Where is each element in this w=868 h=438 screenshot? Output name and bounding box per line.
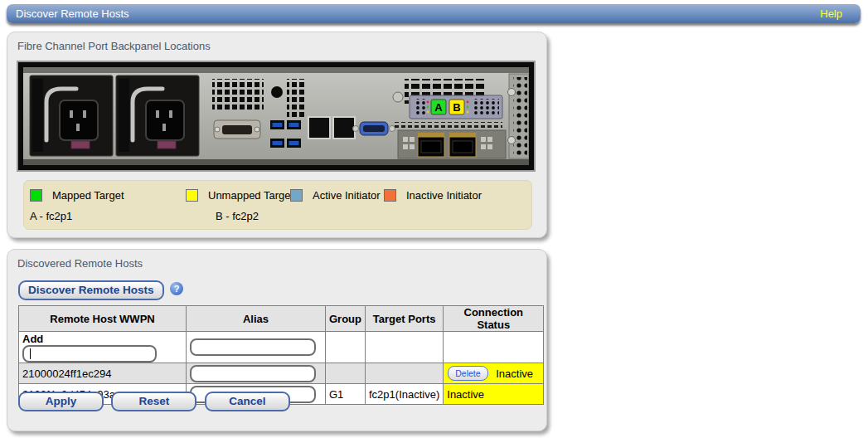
server-backpanel-illustration: A B — [23, 67, 529, 165]
status-badge: Inactive — [447, 388, 484, 401]
action-buttons: Apply Reset Cancel — [18, 392, 294, 411]
target-ports-value: fc2p1(Inactive) — [366, 384, 444, 405]
add-wwpn-input[interactable] — [22, 345, 157, 363]
text-cursor — [30, 348, 31, 359]
alias-input-row1[interactable] — [190, 365, 316, 382]
status-badge: Inactive — [496, 367, 533, 380]
add-alias-input[interactable] — [190, 338, 316, 356]
header-remote-host-wwpn: Remote Host WWPN — [19, 306, 187, 332]
backpanel-image: A B — [18, 62, 534, 170]
inactive-initiator-swatch — [384, 189, 396, 202]
page-title: Discover Remote Hosts — [16, 7, 129, 20]
legend-item-mapped-target: Mapped Target — [30, 189, 124, 202]
fc-card-label-strip: A B — [410, 95, 502, 119]
vent-grid — [212, 79, 264, 112]
power-supply-1 — [30, 75, 113, 156]
port-b-assignment: B - fc2p2 — [216, 210, 259, 222]
add-group-cell — [326, 332, 366, 363]
port-a-label: A — [434, 101, 443, 114]
mapped-target-swatch — [30, 189, 42, 202]
right-vent-column — [508, 74, 530, 158]
target-ports-value — [366, 363, 444, 384]
discovered-panel-title: Discovered Remote Hosts — [17, 257, 143, 270]
group-value — [326, 363, 366, 384]
port-b-indicator: B — [449, 100, 464, 114]
port-legend: Mapped Target Unmapped Target Active Ini… — [23, 180, 532, 230]
delete-button[interactable]: Delete — [448, 366, 487, 381]
unmapped-target-swatch — [186, 189, 198, 202]
active-initiator-swatch — [290, 189, 303, 202]
header-group: Group — [326, 306, 366, 332]
sfp-ports — [398, 130, 506, 158]
wwpn-value: 21000024ff1ec294 — [19, 363, 187, 384]
header-alias: Alias — [187, 306, 326, 332]
add-label: Add — [22, 333, 43, 345]
remote-hosts-table: Remote Host WWPN Alias Group Target Port… — [18, 305, 544, 405]
legend-item-unmapped-target: Unmapped Target — [186, 189, 293, 202]
legend-item-active-initiator: Active Initiator — [290, 189, 381, 202]
add-row: Add — [19, 332, 544, 363]
header-target-ports: Target Ports — [366, 306, 444, 332]
help-icon[interactable]: ? — [170, 282, 183, 295]
discover-remote-hosts-button[interactable]: Discover Remote Hosts — [18, 280, 164, 300]
power-supply-2 — [116, 75, 199, 156]
port-a-indicator: A — [431, 100, 446, 114]
backpanel-locations-panel: Fibre Channel Port Backpanel Locations — [7, 32, 547, 238]
serial-port — [214, 120, 260, 139]
host-row-1: 21000024ff1ec294 Delete Inactive — [19, 363, 544, 384]
add-target-ports-cell — [366, 332, 444, 363]
connection-status-cell-row2: Inactive — [444, 384, 544, 405]
group-value: G1 — [326, 384, 366, 405]
connection-status-cell-row1: Delete Inactive — [444, 363, 544, 384]
backpanel-panel-title: Fibre Channel Port Backpanel Locations — [17, 40, 211, 52]
page-title-bar: Discover Remote Hosts Help — [7, 4, 861, 23]
cancel-button[interactable]: Cancel — [205, 392, 290, 411]
port-b-label: B — [453, 101, 460, 114]
help-link[interactable]: Help — [820, 7, 842, 20]
header-connection-status: Connection Status — [444, 306, 544, 332]
port-a-assignment: A - fc2p1 — [30, 210, 72, 222]
add-status-cell — [444, 332, 544, 363]
table-header-row: Remote Host WWPN Alias Group Target Port… — [19, 306, 544, 332]
reset-button[interactable]: Reset — [111, 392, 196, 411]
discovered-remote-hosts-panel: Discovered Remote Hosts Discover Remote … — [7, 249, 547, 431]
apply-button[interactable]: Apply — [18, 392, 104, 411]
legend-item-inactive-initiator: Inactive Initiator — [384, 189, 482, 202]
